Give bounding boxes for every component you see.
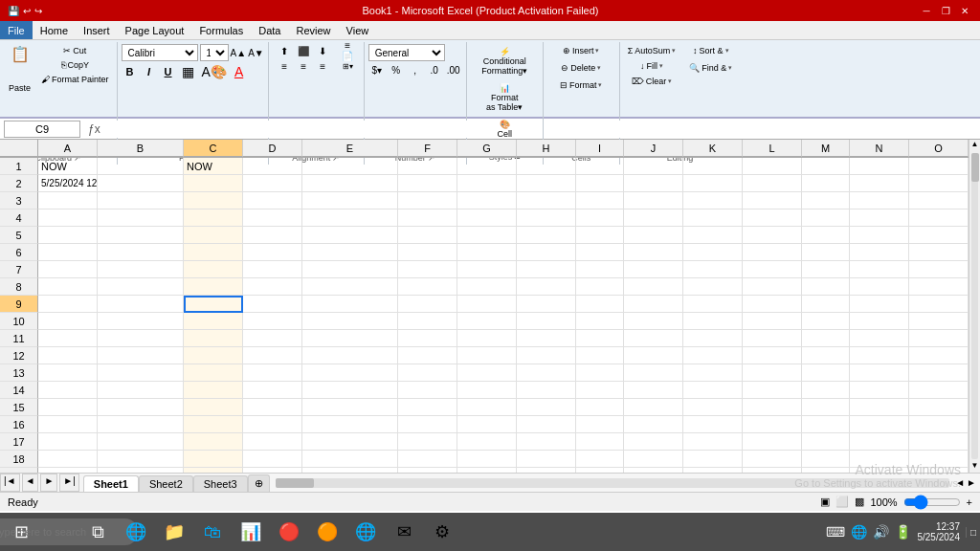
format-painter-button[interactable]: 🖌 Format Painter xyxy=(37,73,113,86)
task-view-button[interactable]: ⧉ xyxy=(80,515,115,549)
number-format-select[interactable]: General xyxy=(368,44,445,61)
sheet-tab-3[interactable]: Sheet3 xyxy=(193,475,248,492)
cell-L1[interactable] xyxy=(743,158,802,175)
cell-G2[interactable] xyxy=(457,175,517,192)
cell-L2[interactable] xyxy=(743,175,802,192)
cell-H9[interactable] xyxy=(517,296,576,313)
format-as-table-button[interactable]: 📊 Format as Table▾ xyxy=(478,80,531,115)
delete-button[interactable]: ⊖ Delete ▾ xyxy=(556,61,607,75)
restore-button[interactable]: ❐ xyxy=(938,3,953,18)
cell-O1[interactable] xyxy=(909,158,969,175)
network-icon[interactable]: 🌐 xyxy=(851,524,867,540)
col-header-D[interactable]: D xyxy=(243,140,302,157)
cell-A1[interactable]: NOW xyxy=(38,158,98,175)
font-size-select[interactable]: 11 xyxy=(200,44,229,61)
row-header-2[interactable]: 2 xyxy=(0,175,38,192)
quick-access[interactable]: 💾 ↩ ↪ xyxy=(8,6,42,16)
currency-button[interactable]: $▾ xyxy=(368,63,386,77)
cell-A9[interactable] xyxy=(38,296,98,313)
cell-I9[interactable] xyxy=(576,296,624,313)
sort-filter-button[interactable]: ↕ Sort & ▾ xyxy=(685,44,736,57)
cell-C1[interactable]: NOW xyxy=(184,158,243,175)
menu-review[interactable]: Review xyxy=(288,21,338,39)
sheet-next-button[interactable]: ► xyxy=(40,474,57,492)
align-bottom-button[interactable]: ⬇ xyxy=(314,44,331,57)
cell-I1[interactable] xyxy=(576,158,624,175)
align-left-button[interactable]: ≡ xyxy=(276,59,293,73)
cell-B2[interactable] xyxy=(98,175,184,192)
cell-L9[interactable] xyxy=(743,296,802,313)
h-scroll-right[interactable]: ► xyxy=(967,477,976,488)
align-middle-button[interactable]: ⬛ xyxy=(295,44,312,57)
menu-view[interactable]: View xyxy=(339,21,377,39)
cell-M9[interactable] xyxy=(802,296,850,313)
window-controls[interactable]: ─ ❐ ✕ xyxy=(919,3,972,18)
align-top-button[interactable]: ⬆ xyxy=(276,44,293,57)
cell-E9[interactable] xyxy=(302,296,398,313)
cell-O9[interactable] xyxy=(909,296,969,313)
format-button[interactable]: ⊟ Format ▾ xyxy=(556,78,607,92)
cell-H1[interactable] xyxy=(517,158,576,175)
undo-icon[interactable]: ↩ xyxy=(23,6,31,16)
cell-B9[interactable] xyxy=(98,296,184,313)
cell-A2[interactable]: 5/25/2024 12:37 xyxy=(38,175,98,192)
merge-center-button[interactable]: ⊞▾ xyxy=(339,59,356,73)
close-button[interactable]: ✕ xyxy=(957,3,972,18)
sheet-prev-button[interactable]: ◄ xyxy=(22,474,39,492)
decrease-decimal-button[interactable]: .00 xyxy=(445,63,462,77)
clock[interactable]: 12:37 5/25/2024 xyxy=(917,521,960,542)
font-color-button[interactable]: A xyxy=(232,63,246,80)
menu-data[interactable]: Data xyxy=(251,21,288,39)
cell-G9[interactable] xyxy=(457,296,517,313)
scroll-track-h[interactable] xyxy=(276,478,950,488)
corner-cell[interactable] xyxy=(0,140,38,157)
horizontal-scrollbar[interactable] xyxy=(270,474,956,492)
italic-button[interactable]: I xyxy=(141,64,158,79)
insert-button[interactable]: ⊕ Insert ▾ xyxy=(556,44,607,57)
file-explorer-icon[interactable]: 📁 xyxy=(157,515,191,549)
col-header-C[interactable]: C xyxy=(184,140,243,157)
conditional-formatting-button[interactable]: ⚡ Conditional Formatting▾ xyxy=(478,44,531,78)
cell-K9[interactable] xyxy=(683,296,743,313)
col-header-I[interactable]: I xyxy=(576,140,624,157)
scroll-track-v[interactable] xyxy=(971,153,978,459)
volume-icon[interactable]: 🔊 xyxy=(873,524,889,540)
h-scroll-left[interactable]: ◄ xyxy=(955,477,965,488)
cell-D1[interactable] xyxy=(243,158,302,175)
sheet-nav[interactable]: |◄ ◄ ► ►| xyxy=(0,474,79,492)
shrink-font-button[interactable]: A▼ xyxy=(248,48,264,58)
sheet-add-button[interactable]: ⊕ xyxy=(248,474,270,492)
settings-icon[interactable]: ⚙ xyxy=(425,515,459,549)
chrome-icon[interactable]: 🌐 xyxy=(348,515,383,549)
show-desktop-button[interactable]: □ xyxy=(966,527,976,538)
cell-F1[interactable] xyxy=(398,158,457,175)
keyboard-icon[interactable]: ⌨ xyxy=(826,524,845,540)
scroll-up-button[interactable]: ▲ xyxy=(969,140,980,151)
sheet-last-button[interactable]: ►| xyxy=(59,474,79,492)
cell-N9[interactable] xyxy=(850,296,909,313)
menu-page-layout[interactable]: Page Layout xyxy=(118,21,192,39)
cell-M1[interactable] xyxy=(802,158,850,175)
cell-F9[interactable] xyxy=(398,296,457,313)
col-header-G[interactable]: G xyxy=(457,140,517,157)
col-header-B[interactable]: B xyxy=(98,140,184,157)
col-header-N[interactable]: N xyxy=(850,140,909,157)
app2-icon[interactable]: 🟠 xyxy=(310,515,345,549)
col-header-H[interactable]: H xyxy=(517,140,576,157)
comma-button[interactable]: , xyxy=(407,63,424,77)
scroll-thumb-h[interactable] xyxy=(276,478,314,488)
col-header-A[interactable]: A xyxy=(38,140,98,157)
cell-K1[interactable] xyxy=(683,158,743,175)
align-center-button[interactable]: ≡ xyxy=(295,59,312,73)
clear-button[interactable]: ⌦ Clear ▾ xyxy=(624,75,680,88)
col-header-M[interactable]: M xyxy=(802,140,850,157)
col-header-L[interactable]: L xyxy=(743,140,802,157)
cell-E1[interactable] xyxy=(302,158,398,175)
view-break-button[interactable]: ▩ xyxy=(855,496,864,508)
cell-J9[interactable] xyxy=(624,296,683,313)
zoom-slider[interactable] xyxy=(903,496,961,508)
save-icon[interactable]: 💾 xyxy=(8,6,19,16)
cell-N1[interactable] xyxy=(850,158,909,175)
cell-F2[interactable] xyxy=(398,175,457,192)
store-icon[interactable]: 🛍 xyxy=(195,515,230,549)
